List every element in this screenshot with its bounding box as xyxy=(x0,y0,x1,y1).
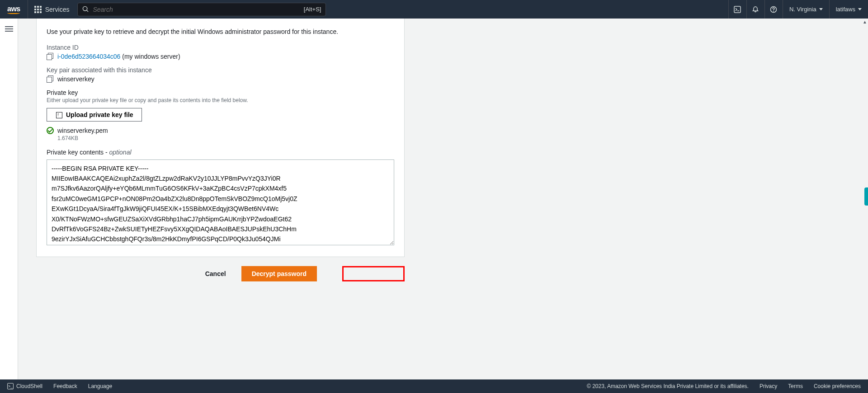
uploaded-filesize: 1.674KB xyxy=(57,135,394,141)
upload-icon xyxy=(55,111,62,118)
cloudshell-header-button[interactable] xyxy=(728,0,746,19)
notifications-button[interactable] xyxy=(746,0,764,19)
upload-private-key-button[interactable]: Upload private key file xyxy=(47,108,142,122)
success-check-icon xyxy=(47,127,54,134)
services-button[interactable]: Services xyxy=(28,0,76,19)
search-input[interactable] xyxy=(93,6,303,13)
instance-name-suffix: (my windows server) xyxy=(120,53,180,60)
decrypt-card: Use your private key to retrieve and dec… xyxy=(36,19,405,257)
grid-icon xyxy=(34,6,42,13)
uploaded-filename: winserverkey.pem xyxy=(57,127,108,134)
private-key-desc: Either upload your private key file or c… xyxy=(47,97,394,103)
hamburger-menu-button[interactable] xyxy=(5,25,13,379)
instance-id-label: Instance ID xyxy=(47,44,394,51)
search-shortcut-hint: [Alt+S] xyxy=(304,6,321,13)
svg-line-1 xyxy=(87,10,88,12)
region-selector[interactable]: N. Virginia xyxy=(783,0,829,19)
left-rail xyxy=(0,19,18,379)
help-button[interactable] xyxy=(764,0,783,19)
action-row: Cancel Decrypt password xyxy=(36,266,405,281)
copy-icon[interactable] xyxy=(47,75,54,83)
aws-logo[interactable]: aws xyxy=(0,0,28,19)
instance-id-link[interactable]: i-0de6d523664034c06 xyxy=(57,53,120,60)
header-right: N. Virginia latifaws xyxy=(728,0,868,19)
search-wrapper[interactable]: [Alt+S] xyxy=(77,3,326,16)
decrypt-password-button[interactable]: Decrypt password xyxy=(241,266,317,281)
intro-text: Use your private key to retrieve and dec… xyxy=(47,28,394,37)
scroll-up-arrow[interactable]: ▲ xyxy=(862,19,868,25)
highlight-annotation xyxy=(342,266,405,281)
search-icon xyxy=(82,6,89,13)
optional-text: optional xyxy=(109,149,132,156)
svg-point-0 xyxy=(83,6,87,10)
top-header: aws Services [Alt+S] N. Virginia la xyxy=(0,0,868,19)
services-label: Services xyxy=(45,6,70,13)
caret-down-icon xyxy=(858,8,862,10)
upload-button-label: Upload private key file xyxy=(66,111,133,118)
aws-logo-text: aws xyxy=(7,5,20,13)
private-key-textarea[interactable] xyxy=(47,159,394,245)
keypair-name: winserverkey xyxy=(57,75,94,83)
cancel-button[interactable]: Cancel xyxy=(197,267,234,281)
pk-contents-label: Private key contents - optional xyxy=(47,149,394,156)
region-label: N. Virginia xyxy=(789,6,816,13)
copy-icon[interactable] xyxy=(47,53,54,60)
caret-down-icon xyxy=(819,8,823,10)
feedback-side-tab[interactable] xyxy=(864,187,868,206)
keypair-label: Key pair associated with this instance xyxy=(47,66,394,74)
private-key-label: Private key xyxy=(47,89,394,96)
user-label: latifaws xyxy=(836,6,855,13)
main-content: ▲ Use your private key to retrieve and d… xyxy=(18,19,868,379)
account-menu[interactable]: latifaws xyxy=(829,0,868,19)
